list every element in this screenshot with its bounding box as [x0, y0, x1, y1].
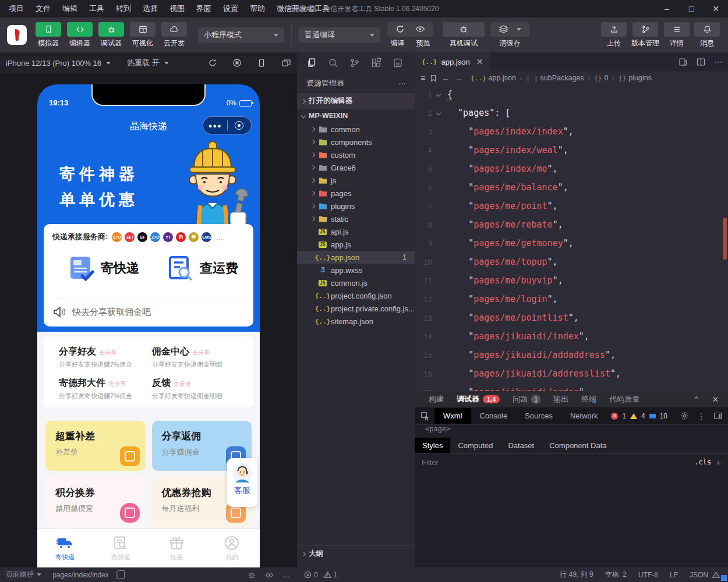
remote-debug-bug-icon[interactable]: [459, 24, 468, 34]
preview-eye-icon[interactable]: [415, 24, 425, 34]
statusbar-info-1[interactable]: 空格: 2: [605, 570, 627, 580]
menu-item-0[interactable]: 项目: [3, 2, 29, 16]
bookmark-icon[interactable]: [430, 74, 437, 82]
more-dots-icon[interactable]: ●●●: [203, 122, 227, 129]
remote-debug-label[interactable]: 真机调试: [450, 38, 478, 48]
open-editors-section[interactable]: 打开的编辑器: [297, 93, 415, 109]
restart-icon[interactable]: [208, 58, 217, 68]
tree-item-project.config.json[interactable]: {..}project.config.json: [297, 289, 415, 302]
tree-item-project.private.config.js...[interactable]: {..}project.private.config.js...: [297, 302, 415, 315]
statusbar-alert-icon[interactable]: [712, 571, 720, 579]
menu-item-9[interactable]: 帮助: [245, 2, 270, 16]
editor-more-icon[interactable]: ⋯: [715, 58, 722, 66]
add-style-icon[interactable]: +: [716, 457, 721, 467]
preview-label[interactable]: 预览: [416, 38, 430, 48]
devtools-tab-Sources[interactable]: Sources: [516, 408, 561, 424]
promo-card-0[interactable]: 超重补差补差价: [45, 421, 146, 471]
breadcrumb-plugins[interactable]: {}plugins: [619, 74, 652, 82]
editor-scrollbar[interactable]: [723, 85, 727, 391]
tree-item-custom[interactable]: custom: [297, 148, 415, 161]
share-item-2[interactable]: 寄德邦大件去分享分享好友寄快递赚7%佣金: [59, 377, 152, 400]
cls-toggle[interactable]: .cls: [694, 458, 711, 466]
project-root-section[interactable]: MP-WEIXIN: [297, 109, 415, 123]
clear-cache-layers-icon[interactable]: [499, 24, 508, 34]
tree-item-app.wxss[interactable]: Ʒapp.wxss: [297, 264, 415, 276]
record-icon[interactable]: [232, 58, 242, 68]
exit-target-icon[interactable]: [228, 121, 252, 130]
menu-item-4[interactable]: 转到: [111, 2, 136, 16]
dock-side-icon[interactable]: [713, 411, 722, 420]
outline-list-icon[interactable]: ≡: [420, 73, 425, 83]
compile-mode-select[interactable]: 普通编译: [299, 27, 380, 43]
nav-forward-icon[interactable]: →: [454, 73, 462, 83]
query-fee-button[interactable]: 查运费: [167, 254, 238, 282]
devtools-settings-icon[interactable]: [680, 411, 689, 420]
statusbar-info-3[interactable]: LF: [670, 571, 678, 579]
debug-tab-调试器[interactable]: 调试器1,4: [457, 394, 500, 404]
statusbar-info-0[interactable]: 行 49, 列 9: [560, 570, 593, 580]
styles-tab-styles[interactable]: Styles: [415, 438, 450, 453]
tree-item-pages[interactable]: pages: [297, 187, 415, 200]
info-count[interactable]: 10: [660, 412, 667, 420]
close-button[interactable]: ✕: [704, 0, 728, 17]
menu-item-1[interactable]: 文件: [30, 2, 56, 16]
page-path-select[interactable]: 页面路径: [6, 570, 41, 580]
tree-item-common.js[interactable]: JScommon.js: [297, 276, 415, 289]
toolbar-action-版本管理[interactable]: 版本管理: [631, 22, 659, 48]
menu-item-3[interactable]: 工具: [84, 2, 109, 16]
element-picker-icon[interactable]: [420, 411, 430, 421]
menu-item-8[interactable]: 设置: [218, 2, 243, 16]
compile-label[interactable]: 编译: [391, 38, 405, 48]
tabbar-item-我的[interactable]: 我的: [204, 535, 260, 562]
tab-app-json[interactable]: {..} app.json ✕: [415, 52, 490, 71]
close-tab-icon[interactable]: ✕: [476, 57, 483, 66]
device-select[interactable]: iPhone 12/13 (Pro) 100% 16: [6, 59, 111, 68]
error-count[interactable]: 1: [622, 412, 626, 420]
debug-tab-构建[interactable]: 构建: [429, 394, 444, 404]
statusbar-more-icon[interactable]: …: [283, 571, 290, 579]
search-icon[interactable]: [328, 58, 338, 68]
debug-tab-代码质量[interactable]: 代码质量: [609, 394, 639, 404]
tabbar-item-优惠[interactable]: 优惠: [149, 535, 204, 562]
tree-item-common[interactable]: common: [297, 123, 415, 136]
tree-item-components[interactable]: components: [297, 136, 415, 148]
share-item-1[interactable]: 佣金中心去分享分享好友寄快递佣金明细: [152, 346, 245, 369]
toolbar-button-编辑器[interactable]: 编辑器: [65, 22, 95, 48]
tree-item-api.js[interactable]: JSapi.js: [297, 225, 415, 238]
breadcrumb-0[interactable]: {}0: [594, 74, 608, 82]
more-providers-icon[interactable]: …: [215, 233, 223, 242]
device-frame-icon[interactable]: [257, 58, 266, 68]
toolbar-action-详情[interactable]: 详情: [664, 22, 690, 48]
nav-back-icon[interactable]: ←: [441, 73, 450, 83]
page-path-value[interactable]: pages/index/index: [52, 571, 109, 579]
toolbar-button-调试器[interactable]: 调试器: [96, 22, 126, 48]
mode-select[interactable]: 小程序模式: [198, 27, 284, 43]
capsule-menu[interactable]: ●●●: [203, 116, 252, 134]
share-item-0[interactable]: 分享好友去分享分享好友寄快递赚7%佣金: [59, 346, 152, 369]
statusbar-bug-icon[interactable]: [248, 571, 256, 579]
toolbar-button-云开发[interactable]: 云开发: [159, 22, 189, 48]
debug-tab-终端[interactable]: 终端: [581, 394, 596, 404]
tree-item-static[interactable]: static: [297, 212, 415, 225]
outline-section[interactable]: 大纲: [297, 545, 415, 562]
split-editor-icon[interactable]: [697, 58, 705, 66]
tree-item-Grace6[interactable]: Grace6: [297, 161, 415, 174]
menu-item-7[interactable]: 界面: [191, 2, 217, 16]
tabbar-item-查快递[interactable]: 查快递: [93, 535, 149, 562]
hot-reload-toggle[interactable]: 热重载 开: [127, 58, 169, 68]
fold-chevron-icon[interactable]: [432, 111, 445, 115]
extensions-icon[interactable]: [371, 58, 381, 68]
tabbar-item-寄快递[interactable]: 寄快递: [37, 535, 93, 562]
npm-file-icon[interactable]: [393, 58, 403, 68]
clear-cache-label[interactable]: 清缓存: [500, 38, 521, 48]
devtools-tab-Console[interactable]: Console: [471, 408, 517, 424]
tree-item-js[interactable]: js: [297, 174, 415, 187]
devtools-tab-Network[interactable]: Network: [561, 408, 607, 424]
open-changes-icon[interactable]: [678, 58, 687, 66]
tree-item-plugins[interactable]: plugins: [297, 200, 415, 212]
minimize-button[interactable]: –: [655, 0, 679, 17]
menu-item-2[interactable]: 编辑: [57, 2, 83, 16]
devtools-more-icon[interactable]: ⋮: [697, 411, 705, 421]
toolbar-button-可视化[interactable]: 可视化: [128, 22, 158, 48]
explorer-more-icon[interactable]: ⋯: [398, 79, 407, 88]
